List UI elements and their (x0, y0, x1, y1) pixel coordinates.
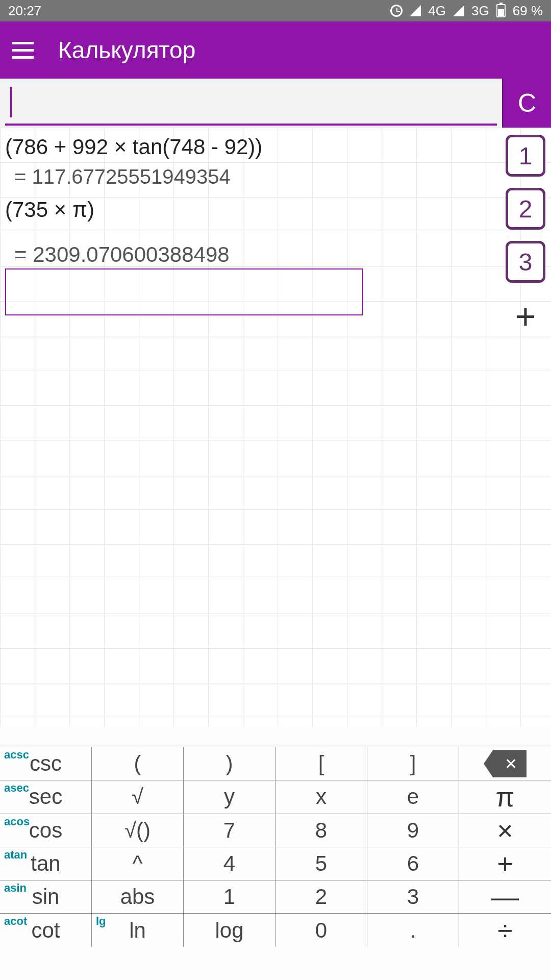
key-sqrt-paren[interactable]: √() (92, 814, 184, 847)
key-minus[interactable]: — (459, 880, 551, 913)
expression-input[interactable] (5, 81, 497, 126)
key-open-bracket[interactable]: [ (276, 747, 367, 780)
signal-2-icon (453, 5, 464, 16)
battery-icon (496, 4, 506, 17)
key-1[interactable]: 1 (184, 880, 276, 913)
key-0[interactable]: 0 (276, 913, 367, 946)
key-9[interactable]: 9 (367, 814, 459, 847)
net-2-label: 3G (471, 3, 489, 19)
backspace-icon (484, 750, 527, 777)
history-result[interactable]: = 2309.070600388498 (14, 242, 495, 267)
key-7[interactable]: 7 (184, 814, 276, 847)
work-area: (786 + 992 × tan(748 - 92)) = 117.677255… (0, 128, 551, 726)
key-2[interactable]: 2 (276, 880, 367, 913)
key-cos[interactable]: acoscos (0, 814, 92, 847)
key-x[interactable]: x (276, 780, 367, 813)
key-cot[interactable]: acotcot (0, 913, 92, 946)
status-time: 20:27 (8, 3, 41, 19)
key-close-paren[interactable]: ) (184, 747, 276, 780)
current-entry-box[interactable] (5, 268, 363, 315)
key-plus[interactable]: + (459, 847, 551, 880)
text-caret (10, 87, 12, 117)
signal-1-icon (410, 5, 421, 16)
key-divide[interactable]: ÷ (459, 913, 551, 946)
key-close-bracket[interactable]: ] (367, 747, 459, 780)
key-8[interactable]: 8 (276, 814, 367, 847)
status-right: 4G 3G 69 % (390, 3, 543, 19)
key-e[interactable]: e (367, 780, 459, 813)
memory-column: 1 2 3 + (504, 135, 547, 337)
memory-slot-1[interactable]: 1 (506, 135, 545, 177)
clear-button[interactable]: C (502, 79, 551, 128)
key-decimal[interactable]: . (367, 913, 459, 946)
memory-slot-2[interactable]: 2 (506, 188, 545, 230)
app-bar: Калькулятор (0, 21, 551, 79)
key-6[interactable]: 6 (367, 847, 459, 880)
key-backspace[interactable] (459, 747, 551, 780)
memory-add-icon[interactable]: + (515, 296, 536, 337)
key-power[interactable]: ^ (92, 847, 184, 880)
key-ln[interactable]: lgln (92, 913, 184, 946)
key-sec[interactable]: asecsec (0, 780, 92, 813)
history-result[interactable]: = 117.67725551949354 (14, 165, 495, 188)
key-3[interactable]: 3 (367, 880, 459, 913)
memory-slot-3[interactable]: 3 (506, 241, 545, 283)
key-abs[interactable]: abs (92, 880, 184, 913)
history-expression[interactable]: (735 × π) (5, 198, 495, 222)
input-row: C (0, 79, 551, 128)
key-tan[interactable]: atantan (0, 847, 92, 880)
battery-pct: 69 % (513, 3, 543, 19)
keypad: acsccsc ( ) [ ] asecsec √ y x e π acosco… (0, 726, 551, 980)
key-4[interactable]: 4 (184, 847, 276, 880)
key-multiply[interactable]: × (459, 814, 551, 847)
key-sqrt[interactable]: √ (92, 780, 184, 813)
status-bar: 20:27 4G 3G 69 % (0, 0, 551, 21)
history-list: (786 + 992 × tan(748 - 92)) = 117.677255… (5, 132, 495, 274)
key-pi[interactable]: π (459, 780, 551, 813)
alarm-icon (390, 5, 403, 17)
key-log[interactable]: log (184, 913, 276, 946)
key-y[interactable]: y (184, 780, 276, 813)
menu-icon[interactable] (12, 42, 34, 59)
key-sin[interactable]: asinsin (0, 880, 92, 913)
key-csc[interactable]: acsccsc (0, 747, 92, 780)
app-title: Калькулятор (58, 36, 195, 64)
key-open-paren[interactable]: ( (92, 747, 184, 780)
net-1-label: 4G (428, 3, 446, 19)
history-expression[interactable]: (786 + 992 × tan(748 - 92)) (5, 135, 495, 159)
key-5[interactable]: 5 (276, 847, 367, 880)
